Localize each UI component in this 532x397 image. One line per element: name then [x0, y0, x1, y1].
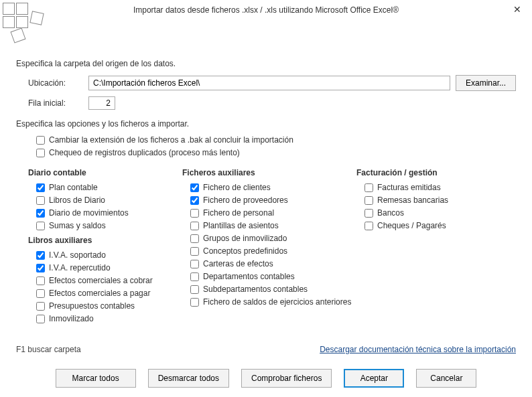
group-diario: Plan contableLibros de DiarioDiario de m… — [36, 183, 182, 230]
checkbox-label-conceptos: Conceptos predefinidos — [203, 246, 287, 256]
checkbox-diario-mov[interactable] — [36, 209, 45, 218]
check-duplicates-checkbox[interactable] — [36, 149, 45, 157]
checkbox-plan-contable[interactable] — [36, 183, 45, 192]
dialog-title: Importar datos desde ficheros .xlsx / .x… — [133, 5, 399, 15]
unmark-all-button[interactable]: Desmarcar todos — [148, 369, 229, 388]
location-label: Ubicación: — [28, 78, 88, 88]
checkbox-label-plan-contable: Plan contable — [49, 183, 98, 192]
checkbox-label-libros-diario: Libros de Diario — [49, 195, 105, 205]
checkbox-conceptos[interactable] — [190, 247, 199, 256]
checkbox-iva-rep[interactable] — [36, 264, 45, 272]
checkbox-fact-emit[interactable] — [364, 183, 373, 192]
checkbox-iva-sop[interactable] — [36, 251, 45, 260]
check-files-button[interactable]: Comprobar ficheros — [241, 369, 332, 388]
checkbox-ef-cobrar[interactable] — [36, 276, 45, 285]
checkbox-label-carteras: Carteras de efectos — [203, 259, 273, 268]
checkbox-label-f-pers: Fichero de personal — [203, 208, 274, 218]
group-heading-ficheros: Ficheros auxiliares — [182, 168, 356, 177]
group-heading-facturacion: Facturación / gestión — [356, 168, 516, 177]
checkbox-label-bancos: Bancos — [377, 208, 404, 218]
checkbox-label-f-prov: Fichero de proveedores — [203, 195, 288, 205]
checkbox-label-presup: Presupuestos contables — [49, 301, 135, 311]
checkbox-saldos-ant[interactable] — [190, 298, 199, 307]
accept-button[interactable]: Aceptar — [344, 369, 404, 388]
checkbox-label-iva-sop: I.V.A. soportado — [49, 250, 106, 260]
checkbox-label-inmov: Inmovilizado — [49, 314, 94, 323]
group-heading-diario: Diario contable — [28, 168, 182, 177]
checkbox-presup[interactable] — [36, 302, 45, 311]
initial-row-input[interactable] — [88, 96, 115, 110]
checkbox-label-ef-pagar: Efectos comerciales a pagar — [49, 289, 150, 298]
documentation-link[interactable]: Descargar documentación técnica sobre la… — [320, 345, 516, 354]
checkbox-label-f-cli: Fichero de clientes — [203, 183, 271, 192]
origin-section-label: Especifica la carpeta del origen de los … — [16, 59, 516, 68]
checkbox-label-deptos: Departamentos contables — [203, 272, 295, 281]
checkbox-f-prov[interactable] — [190, 196, 199, 205]
group-heading-libros: Libros auxiliares — [28, 236, 182, 245]
f1-hint: F1 buscar carpeta — [16, 345, 81, 354]
checkbox-bancos[interactable] — [364, 209, 373, 218]
initial-row-label: Fila inicial: — [28, 98, 88, 108]
group-facturacion: Facturas emitidasRemesas bancariasBancos… — [364, 183, 516, 230]
options-section-label: Especifica las opciones y los ficheros a… — [16, 119, 516, 129]
checkbox-label-diario-mov: Diario de movimientos — [49, 208, 129, 218]
checkbox-label-sumas-saldos: Sumas y saldos — [49, 221, 106, 230]
checkbox-carteras[interactable] — [190, 260, 199, 268]
browse-button[interactable]: Examinar... — [456, 75, 516, 91]
location-input[interactable] — [88, 76, 450, 90]
checkbox-label-plantillas: Plantillas de asientos — [203, 221, 279, 230]
cancel-button[interactable]: Cancelar — [416, 369, 476, 388]
checkbox-grupos-inm[interactable] — [190, 234, 199, 243]
checkbox-label-saldos-ant: Fichero de saldos de ejercicios anterior… — [203, 297, 351, 307]
checkbox-libros-diario[interactable] — [36, 196, 45, 205]
checkbox-f-pers[interactable] — [190, 209, 199, 218]
checkbox-label-subdeptos: Subdepartamentos contables — [203, 285, 308, 294]
checkbox-ef-pagar[interactable] — [36, 289, 45, 298]
checkbox-subdeptos[interactable] — [190, 285, 199, 294]
checkbox-label-grupos-inm: Grupos de inmovilizado — [203, 234, 287, 243]
change-extension-label: Cambiar la extensión de los ficheros a .… — [49, 135, 293, 145]
check-duplicates-label: Chequeo de registros duplicados (proceso… — [49, 148, 240, 157]
change-extension-checkbox[interactable] — [36, 136, 45, 145]
checkbox-label-cheques: Cheques / Pagarés — [377, 221, 446, 230]
checkbox-plantillas[interactable] — [190, 222, 199, 230]
close-icon[interactable]: ✕ — [509, 3, 525, 16]
checkbox-inmov[interactable] — [36, 315, 45, 323]
checkbox-remesas[interactable] — [364, 196, 373, 205]
checkbox-label-iva-rep: I.V.A. repercutido — [49, 263, 111, 272]
checkbox-f-cli[interactable] — [190, 183, 199, 192]
checkbox-label-fact-emit: Facturas emitidas — [377, 183, 441, 192]
checkbox-deptos[interactable] — [190, 272, 199, 281]
checkbox-sumas-saldos[interactable] — [36, 222, 45, 230]
group-libros: I.V.A. soportadoI.V.A. repercutidoEfecto… — [36, 250, 182, 323]
checkbox-label-remesas: Remesas bancarias — [377, 195, 448, 205]
mark-all-button[interactable]: Marcar todos — [56, 369, 136, 388]
checkbox-cheques[interactable] — [364, 222, 373, 230]
group-ficheros: Fichero de clientesFichero de proveedore… — [190, 183, 356, 307]
checkbox-label-ef-cobrar: Efectos comerciales a cobrar — [49, 276, 153, 285]
